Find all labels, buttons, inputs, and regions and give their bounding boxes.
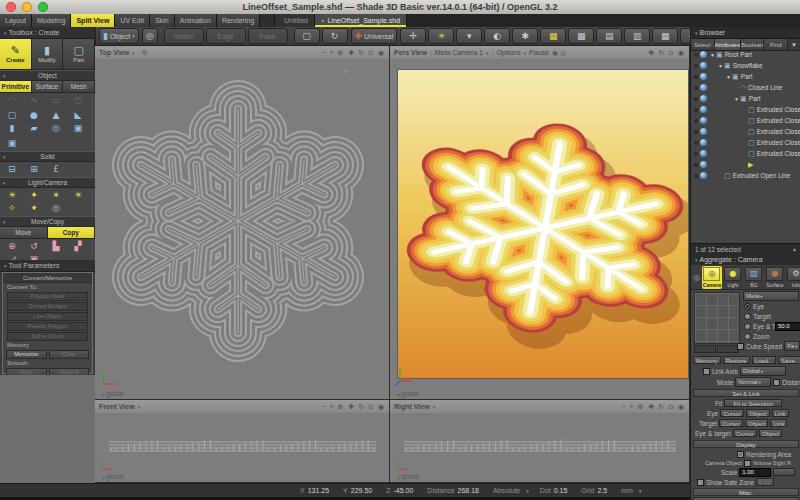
light-tool-icon[interactable]: ☀ bbox=[428, 28, 454, 44]
preview-button[interactable] bbox=[694, 345, 716, 353]
top-viewport[interactable]: Top View ▾ ⚙ − + ⊕ ✚ ↻ ⊙ ◉ + global bbox=[95, 46, 390, 400]
shape-tool[interactable]: ∿ bbox=[23, 94, 45, 106]
primitive-tool[interactable]: ◎ bbox=[45, 122, 67, 134]
visibility-dot[interactable] bbox=[694, 108, 698, 112]
workspace-tab[interactable]: UV Edit bbox=[115, 14, 150, 27]
render-toggle-sphere[interactable] bbox=[700, 73, 707, 80]
perspective-viewport[interactable]: Pers View | Meta Camera 1 ▾ | Options ▾ … bbox=[390, 46, 690, 400]
render-toggle-sphere[interactable] bbox=[700, 84, 707, 91]
camera-memory-button[interactable]: Memory bbox=[693, 356, 721, 364]
render-toggle-sphere[interactable] bbox=[700, 172, 707, 179]
visibility-dot[interactable] bbox=[694, 174, 698, 178]
object-type-tab[interactable]: Surface bbox=[32, 81, 64, 92]
visibility-dot[interactable] bbox=[694, 152, 698, 156]
tree-row[interactable]: ▼ ▣ Part bbox=[691, 93, 800, 104]
zoom-controls[interactable]: − + ⊕ bbox=[322, 49, 345, 57]
view-shaded-icon[interactable]: ▥ bbox=[624, 28, 650, 44]
radio-icon[interactable] bbox=[744, 323, 751, 330]
tree-row[interactable]: ▢ Extruded Closed bbox=[691, 137, 800, 148]
meta-dropdown[interactable]: Meta bbox=[743, 291, 799, 301]
workspace-tab[interactable]: Split View bbox=[71, 14, 115, 27]
chevron-down-icon[interactable]: ▾ bbox=[132, 50, 135, 56]
memory-button[interactable]: Clear bbox=[49, 350, 90, 359]
primitive-tool[interactable]: ▮ bbox=[1, 122, 23, 134]
eye-object-button[interactable]: Object bbox=[746, 409, 769, 417]
zoom-controls[interactable]: − + ⊕ bbox=[322, 403, 345, 411]
rendering-area-checkbox[interactable]: ✓ bbox=[737, 451, 744, 458]
move-copy-section-header[interactable]: Move/Copy bbox=[0, 216, 95, 227]
target-cursor-button[interactable]: Cursor bbox=[719, 419, 743, 427]
chevron-down-icon[interactable]: ▾ bbox=[486, 50, 489, 56]
tree-row[interactable]: ▢ Extruded Closed bbox=[691, 104, 800, 115]
convert-button[interactable]: Spline Object bbox=[7, 332, 88, 341]
aggregate-tab[interactable]: ▨ BG bbox=[744, 266, 764, 289]
primitive-tool[interactable]: ▢ bbox=[1, 109, 23, 121]
convert-button[interactable]: Curved Surface bbox=[7, 302, 88, 311]
render-toggle-sphere[interactable] bbox=[700, 128, 707, 135]
pause-button[interactable]: Pause bbox=[529, 49, 549, 56]
aggregate-tab[interactable]: ◎ Camera bbox=[702, 266, 722, 289]
view-wireframe-icon[interactable]: ▤ bbox=[596, 28, 622, 44]
chevron-down-icon[interactable]: ▾ bbox=[138, 404, 141, 410]
light-camera-tool[interactable]: ◎ bbox=[45, 202, 67, 214]
radio-icon[interactable] bbox=[744, 303, 751, 310]
eyetarget-object-button[interactable]: Object bbox=[759, 429, 782, 437]
visibility-dot[interactable] bbox=[694, 141, 698, 145]
tab-overflow-button[interactable] bbox=[260, 14, 275, 27]
radio-icon[interactable] bbox=[744, 313, 751, 320]
primitive-tool[interactable]: ● bbox=[23, 109, 45, 121]
toolbox-header[interactable]: Toolbox : Create bbox=[0, 27, 95, 39]
solid-tool[interactable]: £ bbox=[45, 163, 67, 175]
scale-slider[interactable] bbox=[773, 468, 795, 476]
render-toggle-sphere[interactable] bbox=[700, 117, 707, 124]
eyetarget-cursor-button[interactable]: Cursor bbox=[733, 429, 757, 437]
object-section-header[interactable]: Object bbox=[0, 70, 95, 81]
radio-row[interactable]: Eye bbox=[744, 302, 790, 310]
transform-tool[interactable]: ▞ bbox=[67, 240, 89, 252]
visibility-dot[interactable] bbox=[694, 64, 698, 68]
shape-tool[interactable]: ○ bbox=[67, 94, 89, 106]
camera-memory-button[interactable]: Save... bbox=[778, 356, 800, 364]
chevron-down-icon[interactable]: ▾ bbox=[524, 50, 527, 56]
toolbox-mode-button[interactable]: ▮ Modify bbox=[32, 39, 64, 69]
mode-dropdown[interactable]: Normal bbox=[735, 377, 771, 387]
snap-icon[interactable]: ✱ bbox=[512, 28, 538, 44]
workspace-tab[interactable]: Layout bbox=[0, 14, 32, 27]
distant-checkbox[interactable] bbox=[773, 379, 780, 386]
light-camera-tool[interactable]: ✦ bbox=[23, 202, 45, 214]
workspace-tab[interactable]: Rendering bbox=[217, 14, 260, 27]
tree-row[interactable]: ◠ Closed Line bbox=[691, 82, 800, 93]
primitive-tool[interactable]: ◣ bbox=[67, 109, 89, 121]
right-viewport[interactable]: Right View ▾ − + ⊕ ✚ ↻ ⊙ ◉ global bbox=[390, 400, 690, 483]
solid-tool[interactable]: ⊞ bbox=[23, 163, 45, 175]
coordinate-space-label[interactable]: global bbox=[102, 390, 124, 397]
light-camera-section-header[interactable]: Light/Camera bbox=[0, 177, 95, 188]
tree-row[interactable]: ▢ Extruded Closed bbox=[691, 115, 800, 126]
render-state-icons[interactable]: ◉ ◎ bbox=[552, 49, 566, 57]
visibility-dot[interactable] bbox=[694, 86, 698, 90]
safe-zone-value[interactable]: 0.90 bbox=[756, 478, 774, 486]
tree-row[interactable]: ▼ ▣ Part bbox=[691, 71, 800, 82]
aggregate-tab[interactable]: ● Light bbox=[723, 266, 743, 289]
render-toggle-sphere[interactable] bbox=[700, 139, 707, 146]
preview-button[interactable] bbox=[717, 345, 739, 353]
pose-tool-icon[interactable]: ✛ bbox=[400, 28, 426, 44]
browser-header[interactable]: Browser bbox=[691, 27, 800, 39]
toolbox-mode-button[interactable]: ▢ Part bbox=[63, 39, 95, 69]
camera-object-checkbox[interactable] bbox=[744, 460, 751, 467]
shape-tool[interactable]: ▭ bbox=[45, 94, 67, 106]
workspace-tab[interactable]: Skin bbox=[150, 14, 175, 27]
memory-button[interactable]: Memorize bbox=[6, 350, 47, 359]
grid-yellow-icon[interactable]: ▦ bbox=[540, 28, 566, 44]
light-camera-tool[interactable]: ✦ bbox=[23, 189, 45, 201]
display-section-header[interactable]: Display bbox=[693, 440, 799, 448]
coordinate-space-label[interactable]: global bbox=[397, 473, 419, 480]
selection-mode-button[interactable]: Edge bbox=[206, 28, 246, 44]
light-camera-tool[interactable]: ☀ bbox=[1, 189, 23, 201]
workspace-tab[interactable]: Animation bbox=[175, 14, 217, 27]
move-copy-tab[interactable]: Move bbox=[0, 227, 48, 238]
universal-manipulator-button[interactable]: ✚ Universal bbox=[351, 28, 398, 44]
collapse-icon[interactable]: ▲ bbox=[792, 246, 797, 252]
convert-button[interactable]: Polygon Mesh bbox=[7, 292, 88, 301]
scale-field[interactable]: 1.00 bbox=[739, 468, 771, 477]
